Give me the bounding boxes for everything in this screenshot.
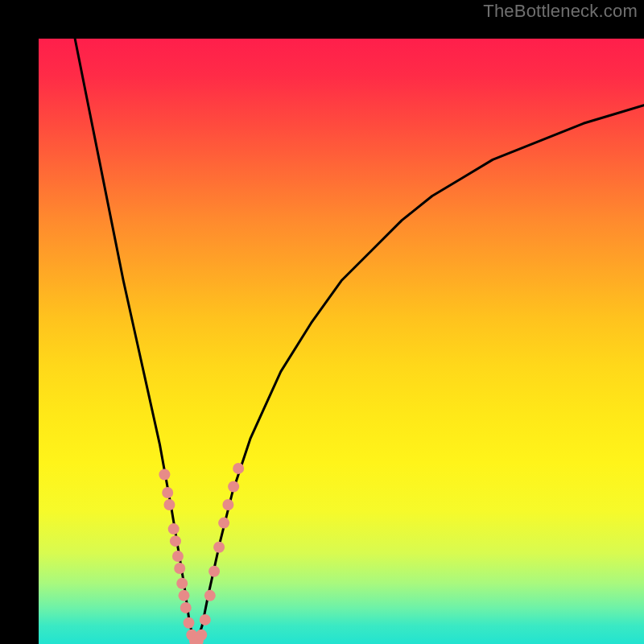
data-dot — [222, 499, 233, 510]
bottleneck-curve — [75, 39, 644, 644]
data-dot — [200, 614, 211, 625]
data-dot — [218, 518, 229, 529]
data-dot — [196, 630, 207, 641]
chart-frame — [19, 19, 625, 625]
data-dot — [213, 542, 225, 553]
plot-area — [39, 39, 644, 644]
data-dot — [204, 590, 216, 601]
data-dot — [159, 469, 170, 480]
data-dot — [176, 578, 188, 589]
data-dot — [233, 463, 244, 474]
data-dot — [174, 563, 185, 574]
watermark-text: TheBottleneck.com — [483, 1, 638, 22]
data-dot — [184, 617, 195, 629]
data-dot — [180, 602, 192, 613]
data-dot — [208, 566, 220, 577]
data-dot — [228, 481, 239, 492]
data-dot — [163, 499, 175, 510]
chart-svg — [39, 39, 644, 644]
data-dot — [162, 487, 173, 498]
data-dot — [172, 551, 184, 562]
data-dot — [170, 535, 181, 547]
data-dot — [168, 523, 180, 535]
data-dot — [178, 590, 189, 601]
